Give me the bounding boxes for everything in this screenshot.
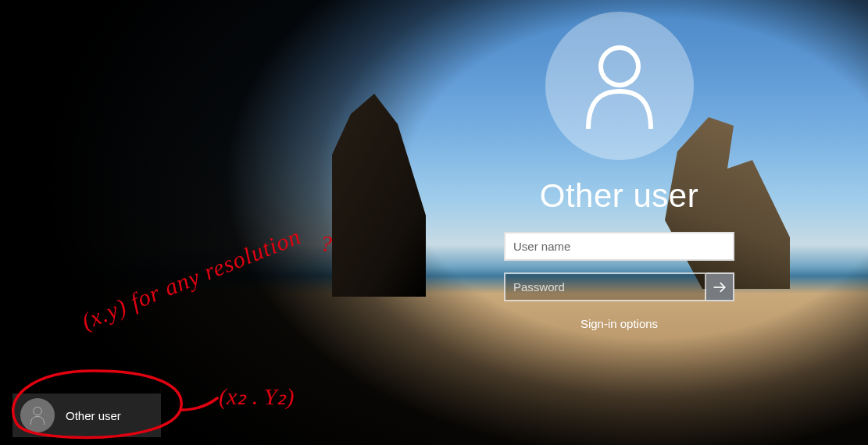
login-panel: Other user Sign-in options bbox=[504, 12, 734, 330]
bg-rock-left bbox=[332, 94, 426, 297]
avatar-circle bbox=[545, 12, 694, 160]
submit-button[interactable] bbox=[706, 272, 734, 301]
password-input[interactable] bbox=[513, 274, 697, 300]
username-input[interactable] bbox=[513, 233, 725, 259]
arrow-right-icon bbox=[712, 279, 727, 295]
annotation-qmark: ? bbox=[320, 230, 332, 257]
signin-options-link[interactable]: Sign-in options bbox=[580, 317, 658, 330]
svg-point-0 bbox=[601, 48, 638, 85]
user-tile-label: Other user bbox=[66, 409, 121, 422]
user-tile-avatar bbox=[20, 398, 55, 433]
password-row bbox=[504, 272, 734, 301]
login-title: Other user bbox=[540, 177, 698, 215]
password-field-wrap[interactable] bbox=[504, 272, 706, 301]
svg-point-2 bbox=[34, 407, 41, 415]
username-field-wrap[interactable] bbox=[504, 232, 734, 261]
annotation-text-1: (x.y) for any resolution bbox=[78, 222, 305, 335]
user-tile-other-user[interactable]: Other user bbox=[13, 393, 161, 437]
person-icon bbox=[580, 43, 659, 129]
person-icon bbox=[29, 406, 46, 425]
annotation-coords2: (x₂ . Y₂) bbox=[219, 383, 294, 410]
